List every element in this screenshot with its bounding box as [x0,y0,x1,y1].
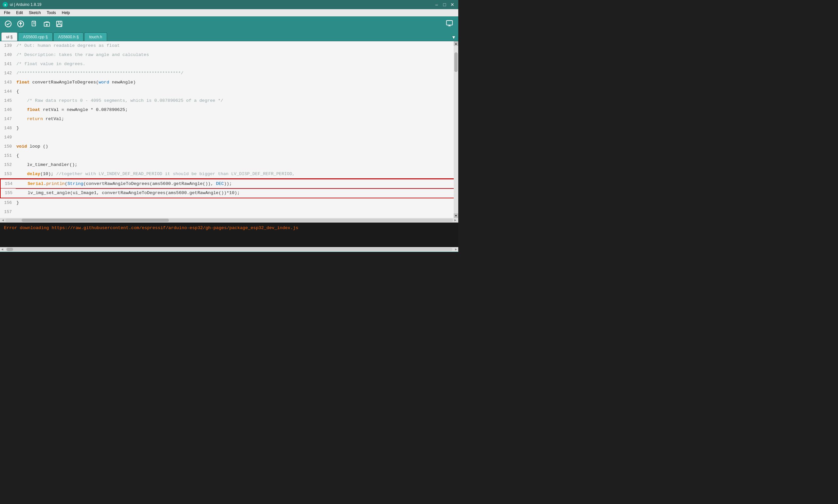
close-button[interactable]: ✕ [449,1,456,8]
bottom-scroll-thumb[interactable] [6,248,13,251]
tab-as5600-cpp[interactable]: AS5600.cpp § [18,32,52,41]
bottom-scroll-left[interactable]: ◄ [0,248,4,251]
code-line-141: 141 /* float value in degrees. [0,59,458,69]
svg-rect-9 [58,24,61,26]
title-bar-left: ● ui | Arduino 1.8.19 [3,2,41,7]
output-area: Error downloading https://raw.githubuser… [0,222,458,247]
code-line-147: 147 return retVal; [0,114,458,124]
tab-ui[interactable]: ui § [1,32,17,41]
new-button[interactable] [29,18,40,30]
menu-bar: File Edit Sketch Tools Help [0,9,458,16]
status-bar: 154 ESP32S3 Dev Module, Disabled, OPI PS… [0,252,458,252]
code-line-148: 148 } [0,124,458,133]
upload-button[interactable] [15,18,26,30]
horizontal-scrollbar[interactable]: ◄ ► [0,218,458,222]
title-bar: ● ui | Arduino 1.8.19 – □ ✕ [0,0,458,9]
menu-sketch[interactable]: Sketch [26,10,43,16]
window-controls: – □ ✕ [433,1,456,8]
serial-monitor-button[interactable] [443,18,456,30]
menu-help[interactable]: Help [59,10,73,16]
tab-as5600-h[interactable]: AS5600.h § [53,32,84,41]
scroll-track [454,46,458,213]
h-scroll-right-arrow[interactable]: ► [453,219,458,222]
code-line-154: 154 Serial.println(String(convertRawAngl… [0,179,458,188]
tab-touch-h[interactable]: touch.h [84,32,107,41]
tab-dropdown-button[interactable]: ▾ [450,33,457,41]
minimize-button[interactable]: – [433,1,440,8]
h-scroll-thumb[interactable] [22,219,169,222]
bottom-scroll-track [6,248,452,251]
menu-edit[interactable]: Edit [14,10,25,16]
app-title: ui | Arduino 1.8.19 [10,2,41,7]
bottom-scrollbar[interactable]: ◄ ► [0,247,458,252]
toolbar [0,16,458,32]
code-line-153: 153 delay(10); //together with LV_INDEV_… [0,169,458,179]
code-line-146: 146 float retVal = newAngle * 0.08789062… [0,105,458,114]
code-line-151: 151 { [0,151,458,160]
code-line-149: 149 [0,133,458,142]
verify-button[interactable] [3,18,14,30]
tabs: ui § AS5600.cpp § AS5600.h § touch.h ▾ [0,32,458,41]
scroll-down-button[interactable]: ▼ [454,213,458,218]
menu-tools[interactable]: Tools [44,10,58,16]
svg-rect-3 [32,21,36,26]
menu-file[interactable]: File [1,10,13,16]
output-text: Error downloading https://raw.githubuser… [4,224,454,232]
save-button[interactable] [54,18,65,30]
code-line-145: 145 /* Raw data reports 0 - 4095 segment… [0,96,458,105]
scroll-up-button[interactable]: ▲ [454,41,458,46]
h-scroll-track [5,219,453,222]
code-line-150: 150 void loop () [0,142,458,151]
code-line-157: 157 [0,208,458,217]
code-line-144: 144 { [0,87,458,96]
code-line-155: 155 lv_img_set_angle(ui_Image1, convertR… [0,188,458,198]
code-line-143: 143 float convertRawAngleToDegrees(word … [0,78,458,87]
code-line-140: 140 /* Description: takes the raw angle … [0,50,458,59]
code-line-139: 139 /* Out: human readable degrees as fl… [0,41,458,50]
code-area: 139 /* Out: human readable degrees as fl… [0,41,458,217]
vertical-scrollbar[interactable]: ▲ ▼ [454,41,458,218]
code-line-156: 156 } [0,198,458,208]
code-line-142: 142 /***********************************… [0,69,458,78]
app-icon: ● [3,2,8,7]
code-line-152: 152 lv_timer_handler(); [0,160,458,169]
maximize-button[interactable]: □ [441,1,448,8]
code-editor: 139 /* Out: human readable degrees as fl… [0,41,458,218]
svg-rect-10 [446,20,452,25]
open-button[interactable] [41,18,52,30]
scroll-thumb[interactable] [454,52,458,72]
h-scroll-left-arrow[interactable]: ◄ [1,219,5,222]
bottom-scroll-right[interactable]: ► [454,248,458,251]
